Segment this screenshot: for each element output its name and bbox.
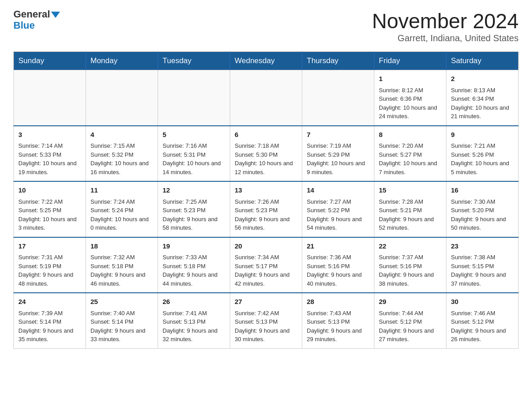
- table-row: 10Sunrise: 7:22 AMSunset: 5:25 PMDayligh…: [14, 181, 86, 237]
- table-row: 14Sunrise: 7:27 AMSunset: 5:22 PMDayligh…: [302, 181, 374, 237]
- day-info: Sunrise: 7:24 AMSunset: 5:24 PMDaylight:…: [90, 197, 153, 232]
- table-row: 24Sunrise: 7:39 AMSunset: 5:14 PMDayligh…: [14, 293, 86, 348]
- table-row: 7Sunrise: 7:19 AMSunset: 5:29 PMDaylight…: [302, 126, 374, 182]
- day-info: Sunrise: 7:34 AMSunset: 5:17 PMDaylight:…: [235, 253, 297, 288]
- table-row: 17Sunrise: 7:31 AMSunset: 5:19 PMDayligh…: [14, 237, 86, 293]
- table-row: 28Sunrise: 7:43 AMSunset: 5:13 PMDayligh…: [302, 293, 374, 348]
- table-row: 11Sunrise: 7:24 AMSunset: 5:24 PMDayligh…: [86, 181, 158, 237]
- table-row: 1Sunrise: 8:12 AMSunset: 6:36 PMDaylight…: [374, 70, 446, 126]
- day-info: Sunrise: 7:40 AMSunset: 5:14 PMDaylight:…: [90, 309, 153, 344]
- table-row: 6Sunrise: 7:18 AMSunset: 5:30 PMDaylight…: [230, 126, 302, 182]
- table-row: 26Sunrise: 7:41 AMSunset: 5:13 PMDayligh…: [158, 293, 230, 348]
- table-row: [302, 70, 374, 126]
- calendar-week-5: 24Sunrise: 7:39 AMSunset: 5:14 PMDayligh…: [14, 293, 519, 348]
- day-number: 26: [163, 297, 225, 307]
- calendar-table: Sunday Monday Tuesday Wednesday Thursday…: [13, 51, 519, 349]
- table-row: 27Sunrise: 7:42 AMSunset: 5:13 PMDayligh…: [230, 293, 302, 348]
- table-row: [14, 70, 86, 126]
- day-number: 6: [235, 130, 297, 140]
- table-row: 2Sunrise: 8:13 AMSunset: 6:34 PMDaylight…: [446, 70, 519, 126]
- table-row: 21Sunrise: 7:36 AMSunset: 5:16 PMDayligh…: [302, 237, 374, 293]
- location-subtitle: Garrett, Indiana, United States: [372, 33, 519, 43]
- day-info: Sunrise: 7:39 AMSunset: 5:14 PMDaylight:…: [18, 309, 81, 344]
- day-info: Sunrise: 7:36 AMSunset: 5:16 PMDaylight:…: [307, 253, 369, 288]
- day-number: 20: [235, 241, 297, 252]
- day-number: 9: [451, 130, 514, 140]
- col-thursday: Thursday: [302, 52, 374, 70]
- day-info: Sunrise: 8:13 AMSunset: 6:34 PMDaylight:…: [451, 86, 514, 121]
- day-number: 15: [379, 185, 442, 196]
- day-info: Sunrise: 7:33 AMSunset: 5:18 PMDaylight:…: [163, 253, 225, 288]
- month-title: November 2024: [372, 9, 519, 33]
- day-info: Sunrise: 7:15 AMSunset: 5:32 PMDaylight:…: [90, 141, 153, 176]
- col-wednesday: Wednesday: [230, 52, 302, 70]
- table-row: 19Sunrise: 7:33 AMSunset: 5:18 PMDayligh…: [158, 237, 230, 293]
- day-info: Sunrise: 7:30 AMSunset: 5:20 PMDaylight:…: [451, 197, 514, 232]
- logo-general-text: General: [13, 9, 60, 20]
- day-number: 1: [379, 74, 442, 84]
- day-info: Sunrise: 7:20 AMSunset: 5:27 PMDaylight:…: [379, 141, 442, 176]
- day-info: Sunrise: 7:41 AMSunset: 5:13 PMDaylight:…: [163, 309, 225, 344]
- day-number: 17: [18, 241, 81, 252]
- day-info: Sunrise: 7:27 AMSunset: 5:22 PMDaylight:…: [307, 197, 369, 232]
- logo-blue-text: Blue: [13, 20, 35, 31]
- table-row: 3Sunrise: 7:14 AMSunset: 5:33 PMDaylight…: [14, 126, 86, 182]
- table-row: 30Sunrise: 7:46 AMSunset: 5:12 PMDayligh…: [446, 293, 519, 348]
- day-number: 16: [451, 185, 514, 196]
- day-info: Sunrise: 7:28 AMSunset: 5:21 PMDaylight:…: [379, 197, 442, 232]
- table-row: [230, 70, 302, 126]
- calendar-week-4: 17Sunrise: 7:31 AMSunset: 5:19 PMDayligh…: [14, 237, 519, 293]
- table-row: 8Sunrise: 7:20 AMSunset: 5:27 PMDaylight…: [374, 126, 446, 182]
- day-number: 13: [235, 185, 297, 196]
- table-row: 5Sunrise: 7:16 AMSunset: 5:31 PMDaylight…: [158, 126, 230, 182]
- table-row: 16Sunrise: 7:30 AMSunset: 5:20 PMDayligh…: [446, 181, 519, 237]
- logo-triangle-icon: [51, 12, 60, 18]
- table-row: 12Sunrise: 7:25 AMSunset: 5:23 PMDayligh…: [158, 181, 230, 237]
- day-number: 4: [90, 130, 153, 140]
- table-row: 22Sunrise: 7:37 AMSunset: 5:16 PMDayligh…: [374, 237, 446, 293]
- page-header: General Blue November 2024 Garrett, Indi…: [13, 9, 519, 43]
- day-info: Sunrise: 7:16 AMSunset: 5:31 PMDaylight:…: [163, 141, 225, 176]
- day-number: 27: [235, 297, 297, 307]
- table-row: [86, 70, 158, 126]
- day-info: Sunrise: 7:42 AMSunset: 5:13 PMDaylight:…: [235, 309, 297, 344]
- day-number: 18: [90, 241, 153, 252]
- day-number: 28: [307, 297, 369, 307]
- calendar-week-1: 1Sunrise: 8:12 AMSunset: 6:36 PMDaylight…: [14, 70, 519, 126]
- table-row: 13Sunrise: 7:26 AMSunset: 5:23 PMDayligh…: [230, 181, 302, 237]
- day-info: Sunrise: 7:32 AMSunset: 5:18 PMDaylight:…: [90, 253, 153, 288]
- day-number: 10: [18, 185, 81, 196]
- title-area: November 2024 Garrett, Indiana, United S…: [372, 9, 519, 43]
- day-number: 12: [163, 185, 225, 196]
- table-row: 23Sunrise: 7:38 AMSunset: 5:15 PMDayligh…: [446, 237, 519, 293]
- day-number: 8: [379, 130, 442, 140]
- table-row: 29Sunrise: 7:44 AMSunset: 5:12 PMDayligh…: [374, 293, 446, 348]
- day-info: Sunrise: 7:46 AMSunset: 5:12 PMDaylight:…: [451, 309, 514, 344]
- day-number: 29: [379, 297, 442, 307]
- table-row: 20Sunrise: 7:34 AMSunset: 5:17 PMDayligh…: [230, 237, 302, 293]
- day-number: 14: [307, 185, 369, 196]
- col-saturday: Saturday: [446, 52, 519, 70]
- day-number: 3: [18, 130, 81, 140]
- table-row: 25Sunrise: 7:40 AMSunset: 5:14 PMDayligh…: [86, 293, 158, 348]
- day-info: Sunrise: 7:43 AMSunset: 5:13 PMDaylight:…: [307, 309, 369, 344]
- col-monday: Monday: [86, 52, 158, 70]
- day-number: 25: [90, 297, 153, 307]
- table-row: 15Sunrise: 7:28 AMSunset: 5:21 PMDayligh…: [374, 181, 446, 237]
- day-info: Sunrise: 7:21 AMSunset: 5:26 PMDaylight:…: [451, 141, 514, 176]
- day-number: 24: [18, 297, 81, 307]
- day-number: 23: [451, 241, 514, 252]
- table-row: 9Sunrise: 7:21 AMSunset: 5:26 PMDaylight…: [446, 126, 519, 182]
- col-friday: Friday: [374, 52, 446, 70]
- calendar-header-row: Sunday Monday Tuesday Wednesday Thursday…: [14, 52, 519, 70]
- day-info: Sunrise: 7:44 AMSunset: 5:12 PMDaylight:…: [379, 309, 442, 344]
- calendar-week-2: 3Sunrise: 7:14 AMSunset: 5:33 PMDaylight…: [14, 126, 519, 182]
- table-row: 4Sunrise: 7:15 AMSunset: 5:32 PMDaylight…: [86, 126, 158, 182]
- day-number: 30: [451, 297, 514, 307]
- day-info: Sunrise: 7:37 AMSunset: 5:16 PMDaylight:…: [379, 253, 442, 288]
- day-info: Sunrise: 8:12 AMSunset: 6:36 PMDaylight:…: [379, 86, 442, 121]
- day-info: Sunrise: 7:25 AMSunset: 5:23 PMDaylight:…: [163, 197, 225, 232]
- table-row: [158, 70, 230, 126]
- day-info: Sunrise: 7:18 AMSunset: 5:30 PMDaylight:…: [235, 141, 297, 176]
- col-sunday: Sunday: [14, 52, 86, 70]
